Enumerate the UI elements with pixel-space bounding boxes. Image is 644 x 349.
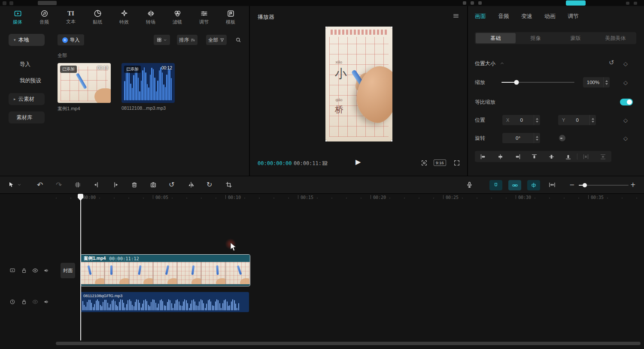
play-button[interactable]: ▶: [355, 159, 361, 165]
distribute-v-button[interactable]: [594, 153, 611, 160]
collapse-button[interactable]: [500, 61, 504, 66]
props-tab-speed[interactable]: 变速: [521, 6, 532, 27]
track-lock-button[interactable]: [21, 268, 27, 274]
trim-left-button[interactable]: [93, 181, 100, 188]
tab-transition[interactable]: 转场: [137, 6, 164, 28]
window-control-1[interactable]: [626, 2, 629, 5]
timeline-audio-clip[interactable]: 08112108qGFfG.mp3: [80, 292, 249, 312]
sort-button[interactable]: 排序: [177, 35, 197, 45]
align-right-button[interactable]: [509, 153, 526, 160]
keyframe-diamond[interactable]: ◇: [623, 61, 628, 66]
preview-quality-button[interactable]: [421, 159, 428, 166]
select-tool-button[interactable]: [8, 181, 15, 188]
props-tab-audio[interactable]: 音频: [498, 6, 509, 27]
snap-toggle-button[interactable]: [489, 180, 502, 190]
select-tool-dropdown[interactable]: [17, 183, 21, 187]
window-control-2[interactable]: [634, 2, 637, 5]
tab-sticker[interactable]: 贴纸: [84, 6, 111, 28]
position-y-box[interactable]: Y 0: [558, 115, 596, 125]
export-button[interactable]: [566, 0, 586, 6]
subtab-beauty[interactable]: 美颜美体: [595, 33, 635, 43]
player-menu-button[interactable]: [453, 12, 459, 19]
keyframe-diamond[interactable]: ◇: [623, 117, 628, 123]
reset-button[interactable]: ↺: [609, 60, 614, 66]
keyframe-diamond[interactable]: ◇: [623, 135, 628, 141]
zoom-out-button[interactable]: −: [569, 182, 575, 188]
import-button[interactable]: + 导入: [58, 34, 84, 45]
media-item-video[interactable]: 已添加 00:13 案例1.mp4: [58, 63, 111, 112]
sidebar-item-cloud[interactable]: ▸ 云素材: [9, 93, 45, 105]
y-stepper[interactable]: [589, 115, 596, 125]
tab-effects[interactable]: 特效: [111, 6, 137, 28]
align-center-h-button[interactable]: [492, 153, 509, 160]
keyframe-diamond[interactable]: ◇: [623, 80, 628, 85]
track-visibility-button[interactable]: [32, 268, 38, 274]
align-center-v-button[interactable]: [543, 153, 560, 160]
freeze-frame-button[interactable]: [150, 181, 157, 188]
link-toggle-button[interactable]: [508, 180, 521, 190]
titlebar-button[interactable]: [38, 1, 57, 5]
subtab-mask[interactable]: 蒙版: [556, 33, 595, 43]
filter-all-button[interactable]: 全部: [206, 35, 227, 45]
track-mute-button[interactable]: [43, 268, 49, 274]
props-tab-adjust[interactable]: 调节: [568, 6, 579, 27]
subtab-cutout[interactable]: 抠像: [516, 33, 556, 43]
timeline[interactable]: 00:00 00:05 00:10 00:15 00:20 00:25 00:3…: [0, 194, 644, 349]
preview-axis-toggle-button[interactable]: [527, 180, 540, 190]
distribute-h-button[interactable]: [577, 153, 595, 160]
zoom-in-button[interactable]: +: [630, 182, 636, 188]
audio-track-lock-button[interactable]: [21, 299, 27, 305]
fit-timeline-button[interactable]: [549, 181, 556, 188]
titlebar-icon-2[interactable]: [471, 1, 474, 5]
frame-preview-button[interactable]: [322, 160, 328, 166]
tab-audio[interactable]: 音频: [31, 6, 58, 28]
scale-slider[interactable]: [501, 82, 574, 83]
trim-right-button[interactable]: [112, 181, 119, 188]
align-left-button[interactable]: [475, 153, 492, 160]
uniform-scale-toggle[interactable]: [620, 99, 633, 105]
video-preview[interactable]: xiǎo 小 qiáo 桥: [325, 27, 392, 141]
subtab-basic[interactable]: 基础: [476, 33, 516, 43]
menu-icon[interactable]: [9, 1, 13, 5]
view-mode-button[interactable]: [154, 35, 170, 45]
fullscreen-button[interactable]: [453, 159, 460, 166]
audio-track-visibility-button[interactable]: [32, 299, 38, 305]
timeline-video-clip[interactable]: 案例1.mp4 00:00:11:12: [80, 254, 250, 286]
aspect-ratio-button[interactable]: 9:16: [434, 159, 446, 166]
split-button[interactable]: [74, 181, 81, 188]
rotation-knob[interactable]: [559, 135, 565, 141]
sidebar-item-import[interactable]: 导入: [9, 58, 45, 70]
rotate-button[interactable]: ↻: [207, 181, 212, 188]
position-x-box[interactable]: X 0: [502, 115, 540, 125]
selection-handle-br[interactable]: [391, 140, 392, 141]
search-button[interactable]: [233, 35, 244, 45]
align-top-button[interactable]: [526, 153, 543, 160]
tab-template[interactable]: 模板: [217, 6, 244, 28]
crop-button[interactable]: [225, 181, 232, 188]
align-bottom-button[interactable]: [560, 153, 577, 160]
sidebar-item-presets[interactable]: 我的预设: [9, 75, 45, 87]
titlebar-icon-1[interactable]: [463, 1, 466, 5]
rotation-stepper[interactable]: [534, 133, 540, 143]
audio-track-timer-icon[interactable]: [9, 299, 15, 305]
x-stepper[interactable]: [534, 115, 540, 125]
scale-slider-handle[interactable]: [514, 80, 519, 85]
sidebar-item-local[interactable]: ▾ 本地: [9, 34, 45, 46]
props-tab-picture[interactable]: 画面: [475, 6, 486, 27]
record-voiceover-button[interactable]: [466, 181, 473, 189]
audio-track-mute-button[interactable]: [43, 299, 49, 305]
scale-stepper[interactable]: [603, 77, 610, 87]
zoom-slider-handle[interactable]: [583, 183, 587, 187]
rotation-value-box[interactable]: 0°: [502, 133, 540, 143]
track-preview-icon[interactable]: [9, 268, 15, 274]
titlebar-icon-3[interactable]: [478, 1, 482, 5]
tab-media[interactable]: 媒体: [4, 6, 31, 28]
selection-handle-tl[interactable]: [325, 27, 327, 28]
horizontal-scrollbar[interactable]: [56, 342, 641, 345]
media-item-audio[interactable]: 已添加 00:12 08112108...mp3.mp3: [122, 63, 175, 111]
timeline-zoom-slider[interactable]: [579, 185, 629, 186]
selection-handle-tr[interactable]: [391, 27, 392, 28]
selection-handle-bl[interactable]: [325, 140, 327, 141]
reverse-button[interactable]: ↺: [169, 181, 174, 188]
cover-button[interactable]: 封面: [61, 263, 75, 278]
